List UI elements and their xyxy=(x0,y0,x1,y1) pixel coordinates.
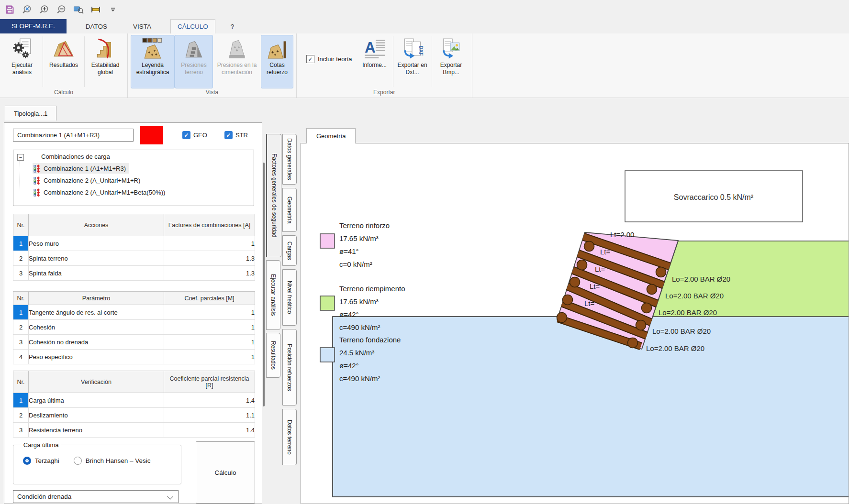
tree-item-combination-1[interactable]: Combinazione 1 (A1+M1+R3) xyxy=(33,163,129,174)
row-number[interactable]: 2 xyxy=(13,320,29,335)
tree-item-combination-3[interactable]: Combinazione 2 (A_Unitari+M1+Beta(50%)) xyxy=(33,187,168,197)
geo-label: GEO xyxy=(193,131,207,139)
foundation-soil-region xyxy=(333,317,849,497)
estabilidad-global-button[interactable]: Estabilidad global xyxy=(86,35,124,88)
coef-value-cell[interactable]: 1 xyxy=(164,335,255,350)
factor-value-cell[interactable]: 1.3 xyxy=(164,251,255,266)
tab-help[interactable]: ? xyxy=(224,20,241,33)
row-number[interactable]: 1 xyxy=(13,236,29,251)
incluir-teoria-checkbox[interactable]: ✓ xyxy=(306,55,314,63)
action-name-cell[interactable]: Peso muro xyxy=(29,236,164,251)
action-name-cell[interactable]: Spinta falda xyxy=(29,266,164,281)
coef-value-cell[interactable]: 1.1 xyxy=(164,408,255,423)
presiones-terreno-label: Presiones terreno xyxy=(175,62,212,76)
geometry-drawing: Lt= Lt= Lt= Lt= xyxy=(301,143,849,504)
coef-value-cell[interactable]: 1.4 xyxy=(164,423,255,438)
brinch-hansen-radio-row[interactable]: Brinch Hansen – Vesic xyxy=(74,457,151,465)
zoom-in-icon[interactable] xyxy=(38,4,50,15)
coef-value-cell[interactable]: 1 xyxy=(164,320,255,335)
row-number[interactable]: 3 xyxy=(13,423,29,438)
row-number[interactable]: 1 xyxy=(13,393,29,408)
informe-label: Informe... xyxy=(362,62,387,69)
legend-friction: ø=42° xyxy=(339,362,359,370)
condition-select-value: Condición drenada xyxy=(17,493,71,500)
tab-slope-mre[interactable]: SLOPE-M.R.E. xyxy=(0,19,67,33)
side-tab-nivel-freatico[interactable]: Nivel freático xyxy=(282,269,297,326)
ribbon-group-exportar: ✓ Incluir teoría A Informe... DXF Export… xyxy=(297,33,472,98)
param-name-cell[interactable]: Cohesión xyxy=(29,320,164,335)
side-tab-ejecutar-analisis[interactable]: Ejecutar análisis xyxy=(266,260,280,330)
side-tab-geometria[interactable]: Geometría xyxy=(282,188,297,232)
row-number[interactable]: 3 xyxy=(13,266,29,281)
side-tab-cargas[interactable]: Cargas xyxy=(282,235,297,266)
exportar-dxf-button[interactable]: DXF Exportar en Dxf... xyxy=(395,35,430,88)
verif-name-cell[interactable]: Carga última xyxy=(29,393,164,408)
legend-unit-weight: 24.5 kN/m³ xyxy=(339,349,374,357)
tab-calculo[interactable]: CÁLCULO xyxy=(170,19,215,33)
resultados-button[interactable]: Resultados xyxy=(45,35,83,88)
param-name-cell[interactable]: Peso específico xyxy=(29,350,164,364)
tree-expander-icon[interactable]: − xyxy=(17,154,24,161)
calculo-button[interactable]: Cálculo xyxy=(196,441,255,504)
exportar-bmp-button[interactable]: Exportar Bmp... xyxy=(434,35,469,88)
tree-item-combination-2[interactable]: Combinazione 2 (A_Unitari+M1+R) xyxy=(33,175,143,186)
geometria-tab[interactable]: Geometría xyxy=(306,128,356,143)
ejecutar-analisis-button[interactable]: Ejecutar análisis xyxy=(3,35,41,88)
save-icon[interactable] xyxy=(4,4,15,15)
brinch-hansen-label: Brinch Hansen – Vesic xyxy=(86,457,151,464)
tab-vista[interactable]: VISTA xyxy=(126,20,158,33)
side-tab-posicion-refuerzos[interactable]: Posición refuerzos xyxy=(282,329,297,405)
coef-value-cell[interactable]: 1.4 xyxy=(164,393,255,408)
geo-checkbox-row[interactable]: ✓ GEO xyxy=(182,131,207,139)
document-tab-tipologia[interactable]: Tipologia...1 xyxy=(5,106,56,121)
row-number[interactable]: 4 xyxy=(13,350,29,364)
resultados-label: Resultados xyxy=(49,62,78,69)
terzaghi-radio-row[interactable]: Terzaghi xyxy=(23,457,59,465)
condition-select[interactable]: Condición drenada xyxy=(13,490,179,503)
results-icon xyxy=(53,37,75,59)
factor-value-cell[interactable]: 1 xyxy=(164,236,255,251)
panel-scrollbar[interactable] xyxy=(263,163,265,406)
presiones-terreno-button[interactable]: Presiones terreno xyxy=(175,35,213,88)
side-tab-resultados[interactable]: Resultados xyxy=(266,333,280,378)
combination-name-input[interactable]: Combinazione 1 (A1+M1+R3) xyxy=(13,129,134,142)
combination-color-swatch[interactable] xyxy=(140,126,163,144)
str-checkbox[interactable]: ✓ xyxy=(224,131,233,139)
informe-button[interactable]: A Informe... xyxy=(358,35,391,88)
side-tab-datos-terreno[interactable]: Datos terreno xyxy=(282,409,297,465)
coef-value-cell[interactable]: 1 xyxy=(164,350,255,364)
row-number[interactable]: 1 xyxy=(13,305,29,320)
brinch-hansen-radio[interactable] xyxy=(74,457,82,465)
row-number[interactable]: 2 xyxy=(13,408,29,423)
side-tab-datos-generales[interactable]: Datos generales xyxy=(282,134,297,185)
tab-datos[interactable]: DATOS xyxy=(79,20,114,33)
tree-root-label[interactable]: Combinaciones de carga xyxy=(41,153,110,160)
geo-checkbox[interactable]: ✓ xyxy=(182,131,190,139)
lo-label: Lo=2.00 BAR Ø20 xyxy=(665,292,724,300)
leyenda-estratigrafica-label: Leyenda estratigráfica xyxy=(131,62,174,76)
col-header-nr: Nr. xyxy=(13,214,29,236)
toolbar-options-icon[interactable] xyxy=(107,4,119,15)
geometry-drawing-area[interactable]: Lt= Lt= Lt= Lt= xyxy=(301,143,849,504)
factor-value-cell[interactable]: 1.3 xyxy=(164,266,255,281)
zoom-out-icon[interactable] xyxy=(56,4,67,15)
cotas-refuerzo-button[interactable]: Cotas refuerzo xyxy=(261,35,293,88)
str-checkbox-row[interactable]: ✓ STR xyxy=(224,131,248,139)
col-header-coef-resistencia: Coeficiente parcial resistencia [R] xyxy=(164,371,255,393)
verif-name-cell[interactable]: Resistencia terreno xyxy=(29,423,164,438)
zoom-window-icon[interactable] xyxy=(73,4,84,15)
zoom-extents-icon[interactable] xyxy=(21,4,33,15)
presiones-cimentacion-button[interactable]: Presiones en la cimentación xyxy=(213,35,261,88)
measure-icon[interactable] xyxy=(90,4,101,15)
side-tab-factores-generales[interactable]: Factores generales de seguridad xyxy=(266,134,281,257)
verif-name-cell[interactable]: Deslizamiento xyxy=(29,408,164,423)
leyenda-estratigrafica-button[interactable]: Leyenda estratigráfica xyxy=(131,35,175,88)
row-number[interactable]: 3 xyxy=(13,335,29,350)
param-name-cell[interactable]: Cohesión no drenada xyxy=(29,335,164,350)
row-number[interactable]: 2 xyxy=(13,251,29,266)
incluir-teoria-checkbox-row[interactable]: ✓ Incluir teoría xyxy=(306,55,352,63)
coef-value-cell[interactable]: 1 xyxy=(164,305,255,320)
param-name-cell[interactable]: Tangente ángulo de res. al corte xyxy=(29,305,164,320)
terzaghi-radio[interactable] xyxy=(23,457,31,465)
action-name-cell[interactable]: Spinta terreno xyxy=(29,251,164,266)
